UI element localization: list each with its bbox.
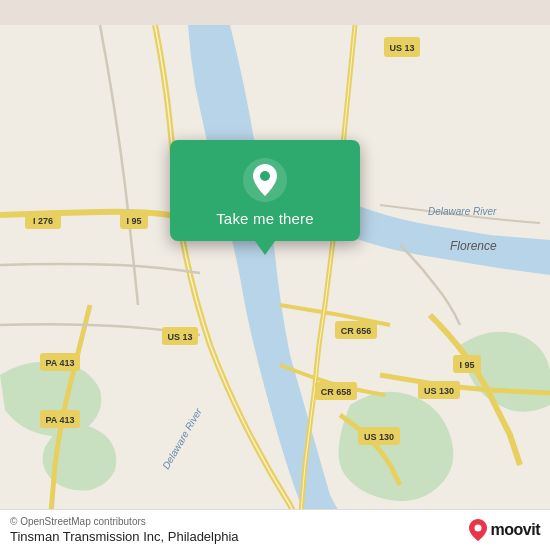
svg-text:Delaware River: Delaware River	[428, 206, 497, 217]
svg-text:US 13: US 13	[389, 43, 414, 53]
svg-text:US 130: US 130	[364, 432, 394, 442]
svg-text:Florence: Florence	[450, 239, 497, 253]
svg-text:US 13: US 13	[167, 332, 192, 342]
svg-text:PA 413: PA 413	[45, 415, 74, 425]
svg-text:US 130: US 130	[424, 386, 454, 396]
svg-text:I 95: I 95	[126, 216, 141, 226]
svg-text:PA 413: PA 413	[45, 358, 74, 368]
svg-text:CR 656: CR 656	[341, 326, 372, 336]
map-container: US 13 I 95 I 276 US 13 PA 413 PA 413 CR …	[0, 0, 550, 550]
take-me-there-button[interactable]: Take me there	[216, 210, 314, 227]
location-pin-icon	[243, 158, 287, 202]
svg-point-27	[260, 171, 270, 181]
moovit-logo: moovit	[469, 519, 540, 541]
svg-text:I 95: I 95	[459, 360, 474, 370]
location-title: Tinsman Transmission Inc, Philadelphia	[10, 529, 239, 544]
svg-point-28	[474, 525, 481, 532]
svg-text:CR 658: CR 658	[321, 387, 352, 397]
moovit-pin-icon	[469, 519, 487, 541]
popup-card: Take me there	[170, 140, 360, 241]
bottom-bar: © OpenStreetMap contributors Tinsman Tra…	[0, 509, 550, 550]
osm-attribution: © OpenStreetMap contributors	[10, 516, 239, 527]
svg-text:I 276: I 276	[33, 216, 53, 226]
map-background: US 13 I 95 I 276 US 13 PA 413 PA 413 CR …	[0, 0, 550, 550]
moovit-text: moovit	[491, 521, 540, 539]
